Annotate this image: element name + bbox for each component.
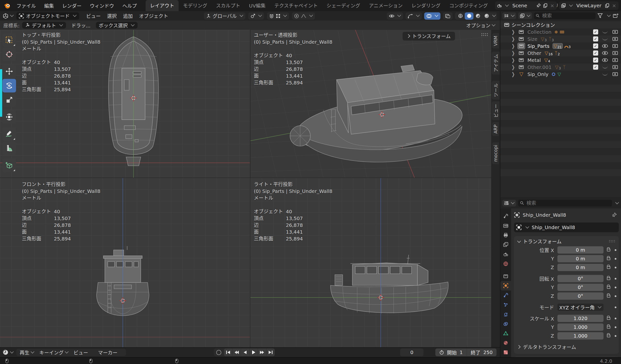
shading-rendered-button[interactable] (482, 12, 491, 20)
exclude-checkbox[interactable]: ✓ (593, 51, 598, 55)
viewport-menu-item[interactable]: オブジェクト (136, 11, 171, 21)
tab-render[interactable] (500, 221, 511, 230)
region-grip[interactable] (481, 33, 488, 36)
properties-search-input[interactable] (526, 200, 610, 206)
visibility-dropdown[interactable] (387, 12, 403, 20)
outliner-row[interactable]: ❯ Sip_Only ✓ (500, 71, 621, 78)
animate-dot[interactable] (615, 287, 616, 288)
viewport-menu-item[interactable]: 選択 (104, 11, 120, 21)
coord-system-dropdown[interactable]: デフォルト (22, 22, 66, 29)
rotation-mode-dropdown[interactable]: XYZ オイラー角 (557, 304, 604, 311)
timeline-menu-item[interactable]: マーカー (96, 349, 125, 356)
outliner-row[interactable]: ❯ Sip_Parts 21 3 ✓ (500, 42, 621, 50)
viewport-menu-item[interactable]: 追加 (120, 11, 136, 21)
sidebar-tab[interactable]: アイテム (492, 52, 500, 74)
delta-transform-section[interactable]: デルタトランスフォーム (514, 341, 619, 350)
workspace-tab[interactable]: コンポジティング (445, 0, 492, 11)
animate-dot[interactable] (615, 295, 616, 297)
value-field[interactable]: 1.000 (557, 332, 604, 340)
lock-icon[interactable] (607, 258, 610, 260)
overlays-toggle[interactable] (424, 12, 440, 20)
editor-type-button[interactable] (2, 13, 14, 19)
visibility-toggle[interactable] (602, 58, 608, 62)
value-field[interactable]: 1.000 (557, 324, 604, 331)
properties-editor-button[interactable] (502, 200, 516, 207)
workspace-tab[interactable]: レンダリング (407, 0, 445, 11)
snapping-button[interactable] (267, 12, 289, 20)
sidebar-tab[interactable]: VRM (492, 33, 499, 49)
animate-dot[interactable] (615, 326, 616, 328)
lock-icon[interactable] (607, 277, 610, 280)
animate-dot[interactable] (615, 249, 616, 251)
exclude-checkbox[interactable]: ✓ (593, 43, 598, 49)
render-visibility-toggle[interactable] (612, 72, 619, 76)
mode-selector[interactable]: オブジェクトモード (16, 12, 79, 20)
workspace-tab[interactable]: UV編集 (245, 0, 270, 11)
tab-texture[interactable] (500, 348, 511, 357)
visibility-toggle[interactable] (602, 44, 608, 48)
drag-dropdown[interactable]: ドラッ... (69, 22, 93, 29)
expand-chevron-icon[interactable]: ❯ (512, 36, 515, 42)
animate-dot[interactable] (615, 267, 616, 268)
animate-dot[interactable] (615, 335, 616, 337)
workspace-tab[interactable]: シェーディング (322, 0, 365, 11)
sidebar-tab[interactable]: ツール (492, 81, 500, 100)
select-mode-dropdown[interactable]: ボックス選択 (96, 22, 138, 29)
render-visibility-toggle[interactable] (612, 44, 619, 48)
timeline-menu-item[interactable]: キーイング (37, 349, 71, 356)
tool-rotate[interactable] (2, 79, 16, 92)
pin-icon[interactable] (612, 212, 617, 218)
xray-toggle[interactable] (443, 12, 453, 20)
app-menu-item[interactable]: レンダー (59, 1, 85, 11)
breadcrumb-object-name[interactable]: Ship_Under_Wall8 (523, 212, 566, 218)
outliner-search[interactable] (534, 12, 596, 19)
expand-chevron-icon[interactable]: ❯ (512, 29, 515, 35)
tab-tool[interactable] (500, 211, 511, 221)
value-field[interactable]: 0 m (557, 264, 604, 271)
tab-collection[interactable] (500, 272, 511, 281)
app-menu-item[interactable]: ファイル (13, 1, 39, 11)
sidebar-tab[interactable]: mocopi (492, 142, 499, 164)
lock-icon[interactable] (607, 335, 610, 337)
current-frame-field[interactable]: 0 (400, 348, 423, 356)
next-keyframe-button[interactable] (258, 348, 266, 356)
pin-icon[interactable] (536, 3, 541, 8)
tool-measure[interactable] (2, 141, 16, 155)
out​liner-search-input[interactable] (542, 13, 594, 19)
visibility-toggle[interactable] (602, 51, 608, 55)
visibility-toggle[interactable] (602, 38, 608, 40)
value-field[interactable]: 0 m (557, 255, 604, 262)
close-icon[interactable]: × (550, 3, 555, 8)
lock-icon[interactable] (607, 286, 610, 289)
prev-keyframe-button[interactable] (232, 348, 241, 356)
timeline-editor-button[interactable] (2, 349, 14, 356)
lock-icon[interactable] (607, 249, 610, 251)
tab-object[interactable] (500, 281, 511, 291)
transform-panel-header[interactable]: トランスフォーム (514, 236, 619, 246)
pivot-point-button[interactable] (248, 12, 264, 20)
expand-chevron-icon[interactable]: ❯ (512, 50, 515, 56)
close-icon[interactable]: × (612, 3, 617, 8)
lock-icon[interactable] (607, 266, 610, 269)
expand-chevron-icon[interactable]: ❯ (512, 43, 515, 49)
timeline-menu-item[interactable]: ビュー (71, 349, 96, 356)
visibility-toggle[interactable] (602, 73, 608, 75)
timeline-menu-item[interactable]: 再生 (17, 349, 37, 356)
proportional-edit-button[interactable] (292, 12, 315, 20)
transform-collapsed-panel[interactable]: トランスフォーム (403, 32, 455, 40)
tool-select-box[interactable] (2, 33, 16, 47)
frame-start-field[interactable]: 開始 1 (435, 348, 467, 356)
animate-dot[interactable] (615, 307, 616, 308)
lock-icon[interactable] (607, 317, 610, 320)
viewport-front[interactable]: フロント・平行投影 (0) Sip_Parts | Ship_Under_Wal… (0, 178, 250, 347)
tab-material[interactable] (500, 338, 511, 347)
outliner-editor-button[interactable] (502, 12, 516, 19)
filter-icon[interactable] (597, 13, 604, 18)
value-field[interactable]: 0° (557, 293, 604, 300)
outliner-row[interactable]: ❯ Other 16 2 ✓ (500, 50, 621, 56)
outliner-row[interactable]: ❯ Metal 4 ✓ (500, 56, 621, 64)
expand-chevron-icon[interactable]: ❯ (512, 57, 515, 63)
tool-add-cube[interactable] (2, 158, 16, 172)
outliner-row[interactable]: ❯ Other.001 3 ✓ (500, 64, 621, 71)
gizmos-dropdown[interactable] (406, 12, 422, 20)
